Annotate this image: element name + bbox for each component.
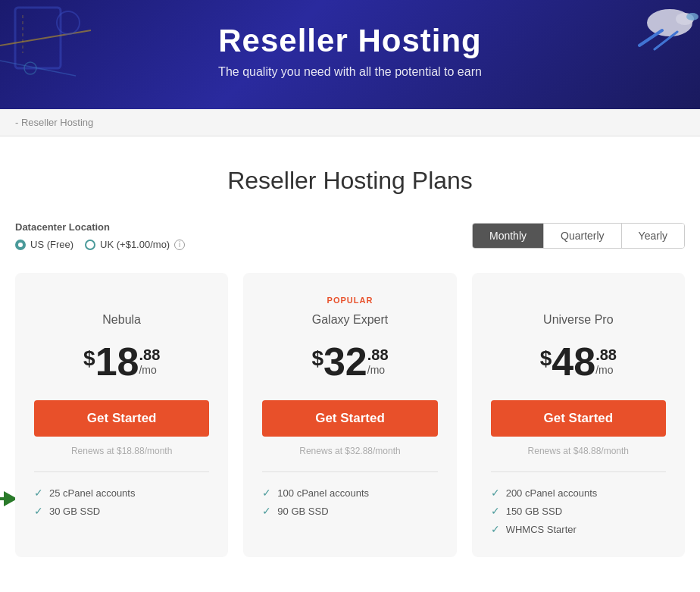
header-banner: Reseller Hosting The quality you need wi…	[0, 0, 700, 109]
popular-badge-nebula	[120, 296, 123, 309]
plans-grid: Nebula $ 18 .88 /mo Get Started Renews a…	[15, 273, 685, 557]
info-icon[interactable]: i	[174, 240, 185, 250]
feature-universe-2: ✓ 150 GB SSD	[491, 502, 666, 520]
svg-rect-0	[15, 8, 61, 68]
breadcrumb-current[interactable]: Reseller Hosting	[21, 117, 93, 128]
plan-price-universe: $ 48 .88 /mo	[540, 342, 617, 381]
features-galaxy: ✓ 100 cPanel accounts ✓ 90 GB SSD	[262, 471, 437, 520]
features-universe: ✓ 200 cPanel accounts ✓ 150 GB SSD ✓ WHM…	[491, 471, 666, 538]
price-decimal-galaxy: .88	[367, 346, 389, 364]
plan-card-universe-pro: Universe Pro $ 48 .88 /mo Get Started Re…	[472, 273, 685, 557]
breadcrumb: - Reseller Hosting	[0, 109, 700, 136]
feature-nebula-1: ✓ 25 cPanel accounts	[34, 484, 209, 502]
price-dollar-galaxy: $	[311, 346, 323, 371]
datacenter-options: US (Free) UK (+$1.00/mo) i	[15, 239, 185, 250]
period-tabs: Monthly Quarterly Yearly	[472, 223, 685, 249]
controls-row: Datacenter Location US (Free) UK (+$1.00…	[15, 221, 685, 250]
renews-galaxy: Renews at $32.88/month	[299, 446, 400, 456]
plan-name-galaxy: Galaxy Expert	[312, 313, 388, 327]
plan-name-nebula: Nebula	[102, 313, 141, 327]
price-mo-nebula: /mo	[139, 364, 160, 376]
price-integer-nebula: 18	[95, 342, 139, 381]
svg-line-1	[0, 30, 91, 45]
header-deco-right	[586, 0, 700, 99]
plan-price-nebula: $ 18 .88 /mo	[83, 342, 160, 381]
price-integer-galaxy: 32	[323, 342, 367, 381]
radio-uk[interactable]	[85, 240, 95, 250]
popular-badge-galaxy: POPULAR	[327, 296, 373, 309]
popular-badge-universe	[577, 296, 580, 309]
check-icon: ✓	[491, 505, 500, 517]
price-decimal-mo-galaxy: .88 /mo	[367, 346, 389, 376]
features-nebula: ✓ 25 cPanel accounts ✓ 30 GB SSD	[34, 471, 209, 520]
datacenter-uk-option[interactable]: UK (+$1.00/mo) i	[85, 239, 185, 250]
price-decimal-mo-universe: .88 /mo	[595, 346, 617, 376]
tab-monthly[interactable]: Monthly	[473, 224, 544, 248]
price-decimal-universe: .88	[595, 346, 617, 364]
check-icon: ✓	[34, 487, 43, 499]
renews-universe: Renews at $48.88/month	[528, 446, 629, 456]
get-started-universe[interactable]: Get Started	[491, 400, 666, 437]
price-decimal-mo-nebula: .88 /mo	[139, 346, 160, 376]
radio-us[interactable]	[15, 240, 26, 250]
feature-universe-1: ✓ 200 cPanel accounts	[491, 484, 666, 502]
price-decimal-nebula: .88	[139, 346, 160, 364]
price-mo-universe: /mo	[595, 364, 617, 376]
check-icon: ✓	[491, 487, 500, 499]
header-subtitle: The quality you need with all the potent…	[15, 65, 685, 79]
check-icon: ✓	[34, 505, 43, 517]
datacenter-us-option[interactable]: US (Free)	[15, 239, 73, 250]
feature-galaxy-1: ✓ 100 cPanel accounts	[262, 484, 437, 502]
datacenter-us-label: US (Free)	[30, 239, 73, 250]
price-dollar-universe: $	[540, 346, 552, 371]
tab-yearly[interactable]: Yearly	[622, 224, 684, 248]
plan-price-galaxy: $ 32 .88 /mo	[311, 342, 388, 381]
renews-nebula: Renews at $18.88/month	[71, 446, 172, 456]
get-started-galaxy[interactable]: Get Started	[262, 400, 437, 437]
check-icon: ✓	[262, 487, 271, 499]
check-icon: ✓	[491, 523, 500, 535]
check-icon: ✓	[262, 505, 271, 517]
breadcrumb-separator: -	[15, 117, 21, 128]
datacenter-uk-label: UK (+$1.00/mo)	[100, 239, 170, 250]
plan-card-galaxy-expert: POPULAR Galaxy Expert $ 32 .88 /mo Get S…	[243, 273, 456, 557]
get-started-nebula[interactable]: Get Started	[34, 400, 209, 437]
plan-card-nebula: Nebula $ 18 .88 /mo Get Started Renews a…	[15, 273, 228, 557]
price-mo-galaxy: /mo	[367, 364, 389, 376]
price-integer-universe: 48	[552, 342, 595, 381]
feature-galaxy-2: ✓ 90 GB SSD	[262, 502, 437, 520]
plan-name-universe: Universe Pro	[543, 313, 613, 327]
datacenter-label: Datacenter Location	[15, 221, 185, 233]
feature-universe-3: ✓ WHMCS Starter	[491, 520, 666, 538]
feature-nebula-2: ✓ 30 GB SSD	[34, 502, 209, 520]
price-dollar-nebula: $	[83, 346, 95, 371]
page-title: Reseller Hosting Plans	[15, 167, 685, 195]
svg-line-8	[639, 30, 662, 45]
datacenter-section: Datacenter Location US (Free) UK (+$1.00…	[15, 221, 185, 250]
svg-point-10	[686, 13, 698, 20]
main-content: Reseller Hosting Plans Datacenter Locati…	[0, 136, 700, 587]
header-deco-left	[0, 0, 152, 99]
plans-wrapper: Nebula $ 18 .88 /mo Get Started Renews a…	[15, 273, 685, 557]
tab-quarterly[interactable]: Quarterly	[544, 224, 622, 248]
